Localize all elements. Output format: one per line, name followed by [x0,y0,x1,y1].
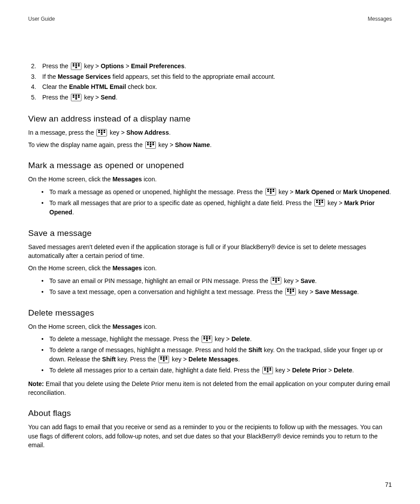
paragraph: On the Home screen, click the Messages i… [28,175,392,184]
section-heading-save: Save a message [28,228,392,238]
section-heading-view-address: View an address instead of a display nam… [28,114,392,124]
list-item: To delete a range of messages, highlight… [49,346,392,364]
paragraph: To view the display name again, press th… [28,140,392,149]
menu-key-icon [262,367,273,374]
list-item: To mark all messages that are prior to a… [49,199,392,217]
bullet-list: To save an email or PIN message, highlig… [28,276,392,297]
section-heading-flags: About flags [28,408,392,418]
step-3: If the Message Services field appears, s… [38,72,392,82]
menu-key-icon [145,141,156,149]
menu-key-icon [71,94,81,101]
list-item: To mark a message as opened or unopened,… [49,188,392,197]
bullet-list: To mark a message as opened or unopened,… [28,188,392,217]
menu-key-icon [271,277,281,284]
menu-key-icon [96,129,107,136]
page-number: 71 [385,481,392,488]
steps-list: Press the key > Options > Email Preferen… [28,62,392,103]
menu-key-icon [158,356,169,363]
list-item: To save a text message, open a conversat… [49,287,392,297]
section-heading-delete: Delete messages [28,308,392,318]
step-5: Press the key > Send. [38,93,392,103]
list-item: To save an email or PIN message, highlig… [49,276,392,286]
step-4: Clear the Enable HTML Email check box. [38,82,392,92]
menu-key-icon [314,199,325,206]
menu-key-icon [265,188,276,195]
paragraph: On the Home screen, click the Messages i… [28,322,392,331]
bullet-list: To delete a message, highlight the messa… [28,335,392,375]
list-item: To delete all messages prior to a certai… [49,366,392,375]
menu-key-icon [71,63,81,70]
section-heading-mark: Mark a message as opened or unopened [28,161,392,170]
note-paragraph: Note: Email that you delete using the De… [28,379,392,397]
header-right: Messages [368,16,392,22]
paragraph: Saved messages aren't deleted even if th… [28,243,392,261]
header-left: User Guide [28,16,55,22]
menu-key-icon [202,335,212,343]
step-2: Press the key > Options > Email Preferen… [38,62,392,71]
document-page: User Guide Messages Press the key > Opti… [0,0,420,504]
menu-key-icon [285,288,296,295]
paragraph: On the Home screen, click the Messages i… [28,264,392,272]
list-item: To delete a message, highlight the messa… [49,335,392,344]
paragraph: You can add flags to email that you rece… [28,423,392,449]
page-header: User Guide Messages [28,16,392,22]
paragraph: In a message, press the key > Show Addre… [28,128,392,137]
